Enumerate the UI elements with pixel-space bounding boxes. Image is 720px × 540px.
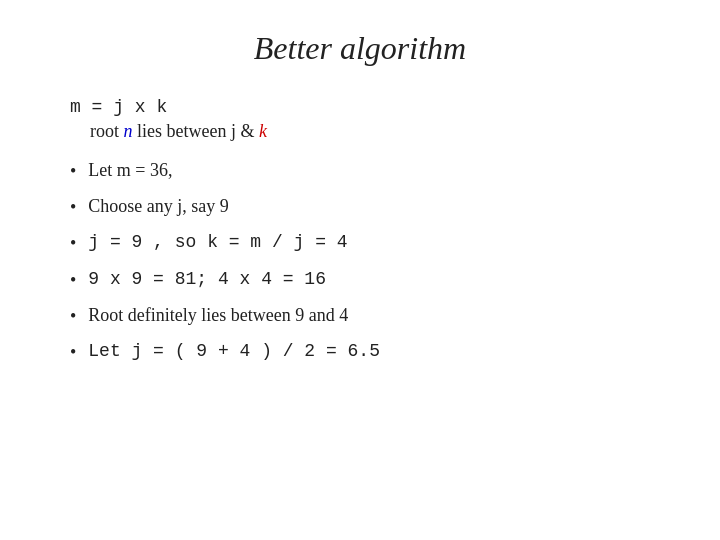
bullet-list: • Let m = 36, • Choose any j, say 9 • j … — [70, 158, 670, 365]
bullet-text: Choose any j, say 9 — [88, 194, 228, 219]
list-item: • Let m = 36, — [70, 158, 670, 184]
bullet-text: Root definitely lies between 9 and 4 — [88, 303, 348, 328]
bullet-text: 9 x 9 = 81; 4 x 4 = 16 — [88, 267, 326, 292]
slide: Better algorithm m = j x k root n lies b… — [0, 0, 720, 540]
slide-title: Better algorithm — [50, 30, 670, 67]
list-item: • Choose any j, say 9 — [70, 194, 670, 220]
bullet-icon: • — [70, 159, 76, 184]
intro-line-2: root n lies between j & k — [70, 121, 670, 142]
bullet-icon: • — [70, 195, 76, 220]
list-item: • 9 x 9 = 81; 4 x 4 = 16 — [70, 267, 670, 293]
bullet-icon: • — [70, 304, 76, 329]
bullet-icon: • — [70, 231, 76, 256]
n-highlight: n — [124, 121, 133, 141]
bullet-text: Let j = ( 9 + 4 ) / 2 = 6.5 — [88, 339, 380, 364]
root-prefix: root — [90, 121, 124, 141]
intro-line-1: m = j x k — [70, 97, 670, 117]
list-item: • Let j = ( 9 + 4 ) / 2 = 6.5 — [70, 339, 670, 365]
root-middle: lies between j & — [137, 121, 259, 141]
k-highlight: k — [259, 121, 267, 141]
list-item: • j = 9 , so k = m / j = 4 — [70, 230, 670, 256]
intro-text-1: m = j x k — [70, 97, 167, 117]
bullet-text: j = 9 , so k = m / j = 4 — [88, 230, 347, 255]
bullet-icon: • — [70, 268, 76, 293]
bullet-text: Let m = 36, — [88, 158, 172, 183]
list-item: • Root definitely lies between 9 and 4 — [70, 303, 670, 329]
bullet-icon: • — [70, 340, 76, 365]
content-area: m = j x k root n lies between j & k • Le… — [50, 97, 670, 375]
